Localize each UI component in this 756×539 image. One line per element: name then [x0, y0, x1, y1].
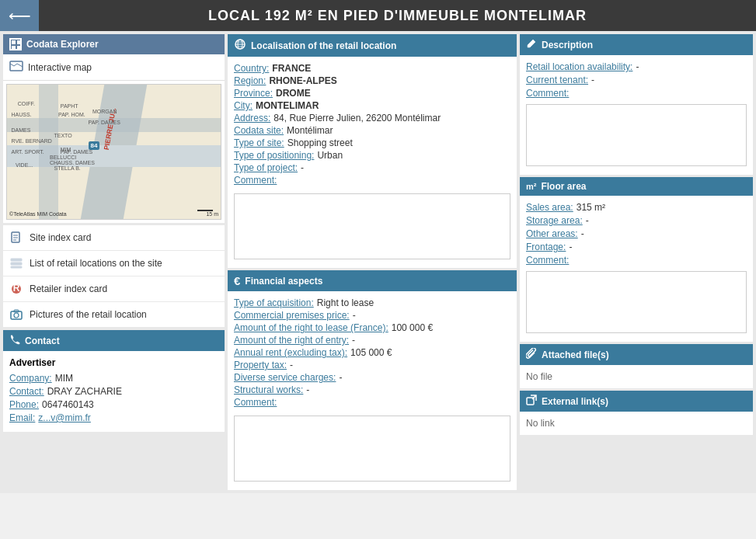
financial-header: € Financial aspects — [228, 270, 517, 291]
storage-value: - — [586, 215, 589, 226]
type-positioning-label: Type of positioning: — [234, 150, 314, 161]
nav-label-pictures: Pictures of the retail location — [30, 309, 147, 320]
loc-comment-row: Comment: — [234, 175, 510, 186]
camera-icon — [9, 308, 23, 322]
euro-icon: € — [234, 274, 240, 287]
property-tax-row: Property tax: - — [234, 360, 510, 370]
map-visual: PIERRE JU... COIFF. HAUSS. DAMES MORGAN … — [7, 85, 221, 219]
province-value: DROME — [276, 88, 311, 99]
right-lease-row: Amount of the right to lease (France): 1… — [234, 322, 510, 333]
nav-item-pictures[interactable]: Pictures of the retail location — [3, 302, 225, 328]
external-links-title: External link(s) — [542, 396, 608, 407]
external-link-icon — [526, 395, 537, 408]
address-value: 84, Rue Pierre Julien, 26200 Montélimar — [273, 113, 441, 123]
middle-panel: Localisation of the retail location Coun… — [228, 34, 517, 490]
property-tax-label: Property tax: — [234, 360, 287, 370]
no-file-text: No file — [526, 371, 552, 382]
right-lease-value: 100 000 € — [392, 322, 433, 333]
service-charges-value: - — [339, 372, 342, 383]
floor-comment-textarea[interactable] — [526, 271, 747, 333]
codata-site-value: Montélimar — [287, 125, 333, 136]
grid-icon — [9, 38, 22, 50]
localisation-header: Localisation of the retail location — [228, 34, 517, 57]
commercial-value: - — [353, 310, 356, 321]
nav-item-retailer-index[interactable]: R Retailer index card — [3, 276, 225, 302]
type-project-row: Type of project: - — [234, 162, 510, 173]
acquisition-row: Type of acquisition: Right to lease — [234, 297, 510, 308]
no-link-text: No link — [526, 418, 555, 429]
country-value: FRANCE — [272, 63, 311, 74]
localisation-comment-textarea[interactable] — [234, 193, 510, 259]
annual-rent-row: Annual rent (excluding tax): 105 000 € — [234, 347, 510, 358]
nav-items: Site index card List of retail locations… — [3, 225, 225, 328]
localisation-body: Country: FRANCE Region: RHONE-ALPES Prov… — [228, 57, 517, 268]
province-row: Province: DROME — [234, 88, 510, 99]
floor-area-body: Sales area: 315 m² Storage area: - Other… — [520, 196, 753, 342]
financial-panel: € Financial aspects Type of acquisition:… — [228, 270, 517, 490]
codata-site-row: Codata site: Montélimar — [234, 125, 510, 136]
clip-icon — [526, 348, 537, 361]
document-icon — [9, 231, 23, 245]
tenant-label: Current tenant: — [526, 75, 588, 85]
type-site-value: Shopping street — [287, 137, 353, 148]
address-label: Address: — [234, 113, 270, 123]
nav-item-list-retail[interactable]: List of retail locations on the site — [3, 251, 225, 276]
frontage-value: - — [569, 242, 572, 252]
description-body: Retail location availability: - Current … — [520, 55, 753, 175]
structural-row: Structural works: - — [234, 384, 510, 395]
financial-comment-textarea[interactable] — [234, 416, 510, 482]
right-entry-row: Amount of the right of entry: - — [234, 335, 510, 346]
svg-text:R: R — [13, 283, 20, 294]
email-value[interactable]: z...v@mim.fr — [38, 412, 91, 423]
svg-rect-11 — [11, 266, 22, 268]
main-content: Codata Explorer Interactive map — [0, 31, 756, 493]
explorer-title: Codata Explorer — [26, 39, 99, 50]
structural-label: Structural works: — [234, 384, 303, 395]
availability-row: Retail location availability: - — [526, 61, 747, 72]
region-label: Region: — [234, 75, 266, 86]
city-label: City: — [234, 100, 253, 111]
attached-files-title: Attached file(s) — [542, 349, 609, 360]
nav-item-site-index[interactable]: Site index card — [3, 225, 225, 251]
description-header: Description — [520, 34, 753, 55]
province-label: Province: — [234, 88, 273, 99]
external-links-header: External link(s) — [520, 391, 753, 412]
back-button[interactable]: ⟵ — [0, 0, 39, 31]
right-panel: Description Retail location availability… — [520, 34, 753, 490]
company-value: MIM — [55, 373, 73, 384]
availability-value: - — [636, 61, 639, 72]
contact-header: Contact — [3, 330, 225, 351]
acquisition-label: Type of acquisition: — [234, 297, 314, 308]
other-value: - — [581, 228, 584, 239]
country-row: Country: FRANCE — [234, 63, 510, 74]
financial-title: Financial aspects — [245, 276, 322, 287]
address-row: Address: 84, Rue Pierre Julien, 26200 Mo… — [234, 113, 510, 123]
pencil-icon — [526, 38, 537, 51]
property-tax-value: - — [290, 360, 293, 370]
annual-rent-value: 105 000 € — [350, 347, 392, 358]
phone-label: Phone: — [9, 399, 39, 410]
contact-body: Advertiser Company: MIM Contact: DRAY ZA… — [3, 351, 225, 432]
interactive-map-link[interactable]: Interactive map — [3, 54, 225, 81]
company-label: Company: — [9, 373, 52, 384]
floor-area-panel: m² Floor area Sales area: 315 m² Storage… — [520, 177, 753, 342]
description-title: Description — [542, 40, 593, 50]
service-charges-row: Diverse service charges: - — [234, 372, 510, 383]
left-panel: Codata Explorer Interactive map — [3, 34, 225, 490]
frontage-row: Frontage: - — [526, 242, 747, 252]
external-links-body: No link — [520, 412, 753, 435]
list-icon — [9, 256, 23, 270]
floor-comment-label: Comment: — [526, 255, 569, 266]
region-value: RHONE-ALPES — [269, 75, 336, 86]
availability-label: Retail location availability: — [526, 61, 632, 72]
contact-phone-row: Phone: 0647460143 — [9, 399, 218, 410]
description-comment-textarea[interactable] — [526, 104, 747, 166]
country-label: Country: — [234, 63, 269, 74]
back-arrow-icon: ⟵ — [9, 6, 31, 25]
header: ⟵ LOCAL 192 M² EN PIED D'IMMEUBLE MONTEL… — [0, 0, 756, 31]
right-entry-label: Amount of the right of entry: — [234, 335, 349, 346]
floor-comment-row: Comment: — [526, 255, 747, 266]
sales-value: 315 m² — [577, 202, 605, 213]
svg-point-15 — [14, 313, 19, 318]
localisation-title: Localisation of the retail location — [251, 40, 396, 51]
